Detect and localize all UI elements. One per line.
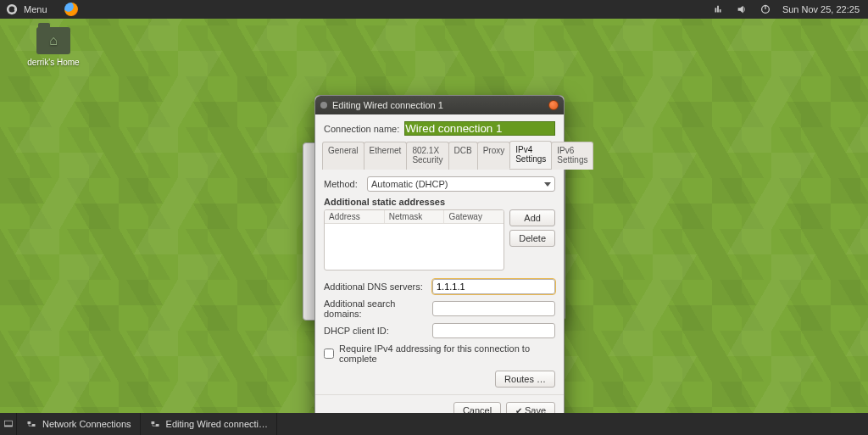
svg-point-1 xyxy=(9,7,15,13)
col-netmask: Netmask xyxy=(385,210,445,223)
clock[interactable]: Sun Nov 25, 22:25 xyxy=(782,4,860,14)
desktop-icon-label: derrik's Home xyxy=(25,58,81,67)
taskbar-item-network-connections[interactable]: Network Connections xyxy=(17,413,141,435)
tab-dcb[interactable]: DCB xyxy=(448,142,478,170)
tab-ipv6-settings[interactable]: IPv6 Settings xyxy=(551,142,593,170)
search-domains-label: Additional search domains: xyxy=(324,298,427,319)
dns-servers-label: Additional DNS servers: xyxy=(324,282,427,292)
dhcp-client-id-label: DHCP client ID: xyxy=(324,326,427,336)
show-desktop-button[interactable] xyxy=(0,413,17,435)
svg-rect-4 xyxy=(765,5,765,9)
network-icon xyxy=(25,418,37,430)
power-icon[interactable] xyxy=(759,3,772,16)
svg-rect-6 xyxy=(4,426,12,427)
method-combobox[interactable]: Automatic (DHCP) xyxy=(367,176,555,192)
svg-rect-9 xyxy=(151,421,154,424)
menu-button[interactable]: Menu xyxy=(24,4,47,14)
dns-servers-input[interactable] xyxy=(432,279,555,294)
search-domains-input[interactable] xyxy=(432,301,555,316)
tab-general[interactable]: General xyxy=(322,142,364,170)
dhcp-client-id-input[interactable] xyxy=(432,323,555,338)
tab-ipv4-settings[interactable]: IPv4 Settings xyxy=(509,141,552,169)
col-address: Address xyxy=(325,210,385,223)
svg-rect-7 xyxy=(28,421,31,424)
taskbar-item-editing-wired[interactable]: Editing Wired connecti… xyxy=(141,413,277,435)
method-value: Automatic (DHCP) xyxy=(371,179,448,189)
addresses-section-title: Additional static addresses xyxy=(324,197,555,207)
folder-icon xyxy=(36,27,70,54)
taskbar-label: Network Connections xyxy=(42,419,131,429)
method-label: Method: xyxy=(324,179,362,189)
network-indicator-icon[interactable] xyxy=(711,3,725,16)
connection-name-input[interactable] xyxy=(404,121,555,136)
dialog-title: Editing Wired connection 1 xyxy=(332,100,443,110)
close-icon[interactable] xyxy=(548,100,559,110)
volume-icon[interactable] xyxy=(735,3,748,16)
edit-connection-dialog: Editing Wired connection 1 Connection na… xyxy=(314,95,565,428)
add-button[interactable]: Add xyxy=(509,209,555,226)
tab-bar: General Ethernet 802.1X Security DCB Pro… xyxy=(322,141,557,170)
col-gateway: Gateway xyxy=(444,210,504,223)
require-ipv4-label: Require IPv4 addressing for this connect… xyxy=(339,343,555,364)
tab-proxy[interactable]: Proxy xyxy=(477,142,511,170)
window-icon xyxy=(320,102,327,109)
taskbar-label: Editing Wired connecti… xyxy=(166,419,268,429)
desktop-home-folder[interactable]: derrik's Home xyxy=(25,27,81,67)
connection-name-label: Connection name: xyxy=(324,124,399,134)
svg-point-2 xyxy=(14,8,18,11)
network-icon xyxy=(149,418,161,430)
tab-ethernet[interactable]: Ethernet xyxy=(364,142,408,170)
chevron-down-icon xyxy=(544,182,551,187)
dialog-titlebar[interactable]: Editing Wired connection 1 xyxy=(315,96,564,114)
firefox-icon[interactable] xyxy=(64,3,78,16)
routes-button[interactable]: Routes … xyxy=(495,371,555,388)
tab-8021x-security[interactable]: 802.1X Security xyxy=(406,142,448,170)
bottom-panel: Network Connections Editing Wired connec… xyxy=(0,413,868,435)
top-panel: Menu Sun Nov 25, 22:25 xyxy=(0,0,868,19)
distro-logo-icon[interactable] xyxy=(5,3,19,16)
static-addresses-table[interactable]: Address Netmask Gateway xyxy=(324,209,504,270)
require-ipv4-checkbox[interactable] xyxy=(324,349,334,359)
delete-button[interactable]: Delete xyxy=(509,230,555,247)
